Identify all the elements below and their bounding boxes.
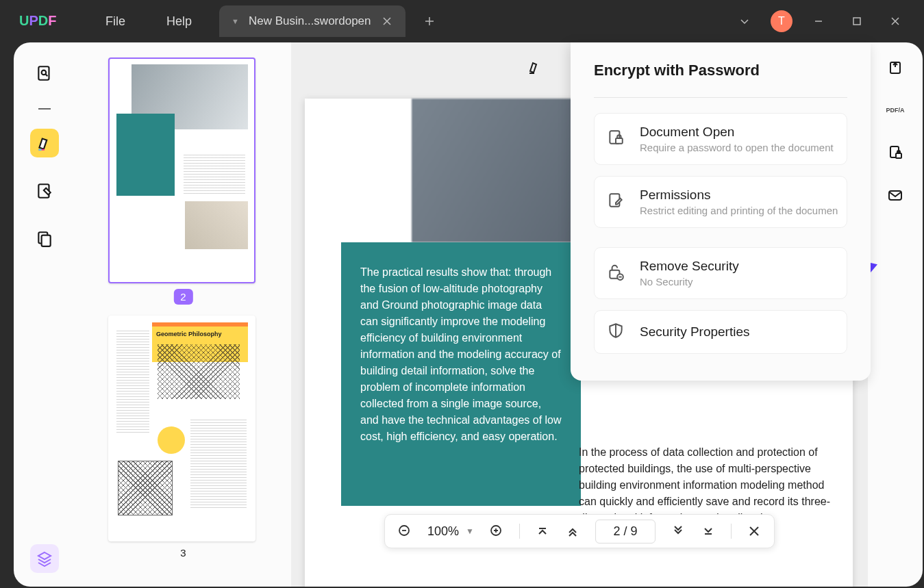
menu-help[interactable]: Help (166, 14, 192, 29)
encrypt-tool[interactable] (885, 142, 906, 163)
chevron-down-icon[interactable]: ▼ (466, 526, 474, 536)
tab-dropdown-icon[interactable]: ▼ (232, 17, 239, 25)
copy-tool[interactable] (30, 225, 59, 253)
zoom-in-button[interactable] (489, 524, 504, 539)
shield-icon (607, 322, 627, 342)
search-tool[interactable] (30, 59, 59, 88)
left-toolbar (14, 42, 75, 587)
thumbnail-rail[interactable]: 2 Geometric Philosophy 3 (75, 42, 291, 587)
zoom-out-button[interactable] (397, 524, 412, 539)
highlighter-icon[interactable] (525, 57, 544, 77)
panel-title: Encrypt with Password (594, 62, 847, 79)
thumbnail-number: 2 (173, 289, 192, 305)
panel-item-desc: Require a password to open the document (640, 142, 834, 153)
right-toolbar: PDF/A (868, 42, 923, 587)
next-page-button[interactable] (671, 524, 686, 539)
rotate-tool[interactable] (885, 57, 906, 78)
panel-item-permissions[interactable]: Permissions Restrict editing and printin… (594, 176, 847, 228)
highlight-tool[interactable] (30, 129, 59, 157)
minimize-button[interactable] (806, 9, 831, 34)
document-tab[interactable]: ▼ New Busin...swordopen (219, 5, 405, 37)
prev-page-button[interactable] (565, 524, 580, 539)
panel-divider (594, 97, 847, 98)
thumbnail-number: 3 (108, 547, 258, 559)
user-avatar[interactable]: T (771, 10, 792, 32)
layers-button[interactable] (30, 544, 59, 573)
panel-item-desc: No Security (640, 276, 739, 287)
document-lock-icon (607, 129, 627, 149)
mail-tool[interactable] (885, 185, 906, 205)
panel-item-document-open[interactable]: Document Open Require a password to open… (594, 113, 847, 165)
close-zoombar-button[interactable] (747, 524, 762, 539)
thumbnail-page-2[interactable]: 2 (108, 57, 258, 305)
separator (731, 524, 732, 539)
tab-close-icon[interactable] (381, 15, 393, 27)
svg-rect-10 (896, 153, 901, 158)
panel-item-title: Remove Security (640, 259, 739, 274)
unlock-minus-icon (607, 263, 627, 283)
svg-rect-11 (889, 191, 901, 200)
edit-tool[interactable] (30, 177, 59, 205)
app-dropdown-icon[interactable] (732, 9, 757, 34)
page-teal-block: The practical results show that: through… (341, 242, 581, 506)
new-tab-button[interactable] (419, 11, 440, 31)
page-input[interactable]: 2 / 9 (595, 520, 655, 544)
panel-item-title: Security Properties (640, 324, 750, 340)
maximize-button[interactable] (845, 9, 869, 34)
menu-file[interactable]: File (105, 14, 125, 29)
last-page-button[interactable] (701, 524, 716, 539)
panel-item-title: Permissions (640, 188, 838, 203)
close-button[interactable] (883, 9, 908, 34)
svg-rect-13 (616, 138, 623, 144)
document-pen-icon (607, 192, 627, 212)
panel-item-desc: Restrict editing and printing of the doc… (640, 205, 838, 216)
panel-item-security-properties[interactable]: Security Properties (594, 310, 847, 354)
svg-rect-1 (38, 66, 49, 80)
panel-item-remove-security[interactable]: Remove Security No Security (594, 247, 847, 299)
svg-rect-0 (853, 18, 860, 25)
panel-item-title: Document Open (640, 125, 834, 140)
zoom-level[interactable]: 100%▼ (427, 524, 474, 539)
svg-rect-5 (42, 235, 51, 246)
app-logo: UPDF (19, 13, 58, 29)
encrypt-panel: Encrypt with Password Document Open Requ… (571, 42, 871, 381)
thumb-label: Geometric Philosophy (156, 331, 222, 337)
thumbnail-page-3[interactable]: Geometric Philosophy 3 (108, 316, 258, 559)
tab-title: New Busin...swordopen (249, 14, 371, 28)
first-page-button[interactable] (535, 524, 550, 539)
zoom-navigation-bar: 100%▼ 2 / 9 (384, 514, 775, 548)
separator (519, 524, 520, 539)
pdfa-tool[interactable]: PDF/A (884, 100, 907, 120)
titlebar: UPDF File Help ▼ New Busin...swordopen T (0, 0, 924, 42)
tool-separator (38, 107, 51, 110)
